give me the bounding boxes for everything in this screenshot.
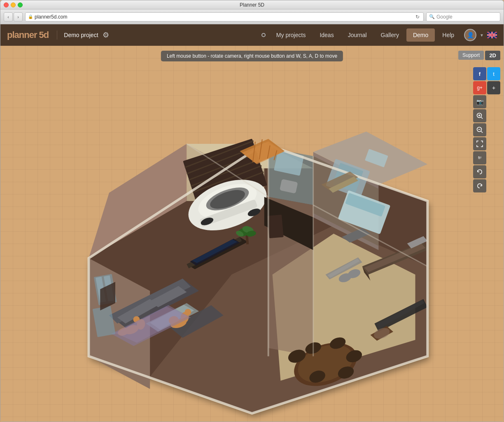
redo-icon — [476, 183, 483, 189]
search-bar[interactable]: 🔍 Google — [426, 12, 500, 21]
lock-icon: 🔒 — [28, 14, 33, 19]
share-button[interactable]: + — [487, 81, 500, 94]
browser-title: Planner 5D — [240, 2, 264, 8]
uk-flag-svg — [487, 32, 497, 38]
browser-window: Planner 5D ‹ › 🔒 planner5d.com ↻ 🔍 Googl… — [0, 0, 504, 422]
google-plus-button[interactable]: g+ — [473, 81, 486, 94]
logo-area: planner 5d — [7, 30, 49, 40]
3d-floorplan[interactable] — [0, 46, 504, 422]
url-text: planner5d.com — [35, 14, 413, 20]
svg-rect-8 — [487, 35, 497, 35]
nav-demo[interactable]: Demo — [406, 28, 435, 42]
camera-tooltip: Left mouse button - rotate camera, right… — [161, 51, 343, 61]
close-button[interactable] — [4, 2, 9, 7]
settings-icon[interactable]: ⚙ — [103, 30, 109, 40]
support-button[interactable]: Support — [458, 51, 484, 60]
right-toolbar: f t g+ + 📷 — [473, 67, 500, 192]
svg-line-10 — [481, 117, 483, 119]
search-icon: 🔍 — [429, 14, 435, 19]
facebook-button[interactable]: f — [473, 67, 486, 80]
project-section: Demo project ⚙ — [57, 30, 115, 40]
svg-point-65 — [184, 309, 191, 315]
svg-line-14 — [481, 131, 483, 133]
project-name: Demo project — [64, 32, 98, 38]
traffic-lights — [4, 2, 23, 7]
nav-ideas[interactable]: Ideas — [313, 28, 340, 42]
fullscreen-icon — [476, 141, 483, 147]
nav-buttons: ‹ › — [4, 12, 23, 21]
app-container: planner 5d Demo project ⚙ My projects Id… — [0, 24, 504, 422]
twitter-button[interactable]: t — [487, 67, 500, 80]
language-flag[interactable] — [487, 32, 497, 38]
camera-button[interactable]: 📷 — [473, 95, 486, 108]
logo-text: planner 5d — [7, 30, 49, 40]
undo-icon — [476, 169, 483, 175]
nav-indicator — [261, 33, 266, 37]
dropdown-arrow-icon[interactable]: ▼ — [480, 33, 484, 38]
social-buttons-2: g+ + — [473, 81, 500, 94]
refresh-button[interactable]: ↻ — [414, 14, 421, 20]
fullscreen-button[interactable] — [473, 137, 486, 150]
zoom-out-icon — [476, 126, 483, 134]
address-bar[interactable]: 🔒 planner5d.com ↻ — [25, 12, 424, 21]
nav-center: My projects Ideas Journal Gallery Demo H… — [261, 28, 461, 42]
nav-right: 👤 ▼ — [464, 29, 497, 41]
nav-gallery[interactable]: Gallery — [374, 28, 406, 42]
nav-journal[interactable]: Journal — [341, 28, 373, 42]
nav-my-projects[interactable]: My projects — [270, 28, 313, 42]
logo-5d: 5d — [37, 30, 49, 40]
user-avatar[interactable]: 👤 — [464, 29, 476, 41]
zoom-out-button[interactable] — [473, 123, 486, 136]
forward-button[interactable]: › — [14, 12, 23, 21]
app-header: planner 5d Demo project ⚙ My projects Id… — [0, 24, 504, 46]
zoom-in-icon — [476, 112, 483, 120]
redo-button[interactable] — [473, 179, 486, 192]
logo-planner: planner — [7, 30, 37, 40]
undo-button[interactable] — [473, 165, 486, 178]
svg-rect-50 — [267, 215, 283, 238]
maximize-button[interactable] — [18, 2, 23, 7]
back-button[interactable]: ‹ — [4, 12, 13, 21]
zoom-in-button[interactable] — [473, 109, 486, 122]
measure-button[interactable]: ft² — [473, 151, 486, 164]
social-buttons: f t — [473, 67, 500, 80]
browser-titlebar: Planner 5D — [0, 0, 504, 9]
search-placeholder: Google — [436, 14, 453, 20]
viewport-area[interactable]: Left mouse button - rotate camera, right… — [0, 46, 504, 422]
browser-toolbar: ‹ › 🔒 planner5d.com ↻ 🔍 Google — [0, 9, 504, 24]
2d-view-button[interactable]: 2D — [485, 51, 500, 60]
minimize-button[interactable] — [11, 2, 16, 7]
nav-help[interactable]: Help — [436, 28, 461, 42]
